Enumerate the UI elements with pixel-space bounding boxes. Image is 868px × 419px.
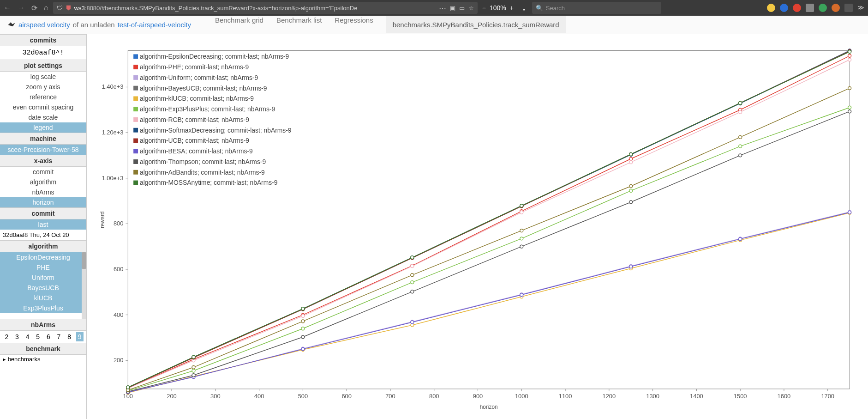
data-point[interactable] <box>629 184 633 188</box>
legend-entry[interactable]: algorithm-BESA; commit-last; nbArms-9 <box>133 147 253 155</box>
downloads-icon[interactable]: ⭳ <box>521 4 527 12</box>
data-point[interactable] <box>411 281 414 284</box>
data-point[interactable] <box>739 237 742 241</box>
data-point[interactable] <box>629 157 633 160</box>
data-point[interactable] <box>301 307 305 310</box>
ext-icon-4[interactable] <box>806 4 814 12</box>
legend-entry[interactable]: algorithm-MOSSAnytime; commit-last; nbAr… <box>133 179 278 186</box>
data-point[interactable] <box>411 273 414 277</box>
forward-icon[interactable]: → <box>18 4 25 12</box>
xaxis-option[interactable]: commit <box>0 167 86 177</box>
xaxis-option[interactable]: horizon <box>0 197 86 207</box>
reload-icon[interactable]: ⟳ <box>31 4 37 12</box>
nbarms-option[interactable]: 4 <box>24 332 31 341</box>
nav-link[interactable]: Benchmark grid <box>215 16 263 33</box>
data-point[interactable] <box>411 256 414 259</box>
algorithm-option[interactable]: BayesUCB <box>0 283 86 293</box>
nav-link-active[interactable]: benchmarks.SMPyBandits_Policies.track_su… <box>386 16 566 33</box>
ext-icon-6[interactable] <box>832 4 840 12</box>
ext-icon-3[interactable] <box>793 4 801 12</box>
data-point[interactable] <box>411 265 414 268</box>
data-point[interactable] <box>848 50 851 53</box>
data-point[interactable] <box>520 245 523 248</box>
data-point[interactable] <box>520 229 523 232</box>
legend-entry[interactable]: algorithm-Uniform; commit-last; nbArms-9 <box>133 74 258 81</box>
data-point[interactable] <box>848 211 851 214</box>
legend-entry[interactable]: algorithm-EpsilonDecreasing; commit-last… <box>133 53 289 60</box>
data-point[interactable] <box>301 315 305 318</box>
plot-option[interactable]: legend <box>0 122 86 133</box>
url-bar[interactable]: 🛡 ⛊ ws3 :8080/#benchmarks.SMPyBandits_Po… <box>53 2 478 14</box>
search-input[interactable]: 🔍 Search <box>532 2 661 14</box>
data-point[interactable] <box>192 374 195 377</box>
data-point[interactable] <box>629 152 633 156</box>
benchmark-item[interactable]: ▸ benchmarks <box>0 355 86 364</box>
container-icon[interactable]: ▭ <box>459 5 465 12</box>
data-point[interactable] <box>739 154 742 157</box>
commit-hash[interactable]: 32d0aaf8^! <box>0 46 86 60</box>
nbarms-option[interactable]: 6 <box>45 332 52 341</box>
algorithm-option[interactable]: klUCB <box>0 293 86 303</box>
plot-option[interactable]: log scale <box>0 72 86 82</box>
data-point[interactable] <box>192 355 195 358</box>
algorithm-option[interactable]: PHE <box>0 262 86 273</box>
reader-icon[interactable]: ▣ <box>450 5 455 12</box>
data-point[interactable] <box>739 145 742 148</box>
data-point[interactable] <box>520 204 523 207</box>
home-icon[interactable]: ⌂ <box>44 4 48 12</box>
data-point[interactable] <box>520 293 523 297</box>
nbarms-option[interactable]: 7 <box>55 332 63 341</box>
algorithm-option[interactable]: Uniform <box>0 273 86 283</box>
xaxis-option[interactable]: nbArms <box>0 187 86 197</box>
data-point[interactable] <box>301 335 305 339</box>
data-point[interactable] <box>739 135 742 139</box>
data-point[interactable] <box>126 386 130 389</box>
data-point[interactable] <box>192 366 195 369</box>
data-point[interactable] <box>301 320 305 323</box>
nav-link[interactable]: Regressions <box>335 16 373 33</box>
legend-entry[interactable]: algorithm-BayesUCB; commit-last; nbArms-… <box>133 85 267 92</box>
data-point[interactable] <box>411 290 414 293</box>
data-point[interactable] <box>848 58 851 61</box>
data-point[interactable] <box>629 200 633 204</box>
nbarms-option[interactable]: 5 <box>34 332 42 341</box>
plot-option[interactable]: even commit spacing <box>0 102 86 112</box>
data-point[interactable] <box>739 110 742 114</box>
legend-entry[interactable]: algorithm-RCB; commit-last; nbArms-9 <box>133 116 249 123</box>
back-icon[interactable]: ← <box>4 4 11 12</box>
nbarms-option[interactable]: 9 <box>76 332 84 341</box>
nbarms-option[interactable]: 8 <box>66 332 73 341</box>
ext-icon-1[interactable] <box>767 4 775 12</box>
legend-entry[interactable]: algorithm-klUCB; commit-last; nbArms-9 <box>133 95 254 102</box>
nbarms-option[interactable]: 3 <box>13 332 21 341</box>
legend-entry[interactable]: algorithm-Exp3PlusPlus; commit-last; nbA… <box>133 105 275 113</box>
commit-last[interactable]: last <box>0 219 86 230</box>
legend-entry[interactable]: algorithm-UCB; commit-last; nbArms-9 <box>133 137 249 144</box>
data-point[interactable] <box>301 347 305 351</box>
ext-icon-5[interactable] <box>819 4 827 12</box>
chart-svg[interactable]: 2004006008001.00e+31.20e+31.40e+31002003… <box>96 43 854 414</box>
data-point[interactable] <box>192 369 195 372</box>
legend-entry[interactable]: algorithm-Thompson; commit-last; nbArms-… <box>133 158 266 165</box>
data-point[interactable] <box>520 237 523 240</box>
commit-line[interactable]: 32d0aaf8 Thu, 24 Oct 20 <box>0 230 86 240</box>
data-point[interactable] <box>739 101 742 104</box>
data-point[interactable] <box>848 110 851 113</box>
zoom-in-button[interactable]: + <box>510 4 514 12</box>
data-point[interactable] <box>520 211 523 214</box>
nav-link[interactable]: Benchmark list <box>276 16 322 33</box>
data-point[interactable] <box>629 189 633 192</box>
star-icon[interactable]: ☆ <box>468 5 474 12</box>
algorithm-option[interactable]: Exp3PlusPlus <box>0 303 86 313</box>
zoom-out-button[interactable]: − <box>482 4 486 12</box>
algorithm-scrollbar-thumb[interactable] <box>82 252 86 269</box>
ext-icon-7[interactable] <box>844 4 853 12</box>
plot-option[interactable]: date scale <box>0 112 86 122</box>
algorithm-option[interactable]: EpsilonDecreasing <box>0 252 86 262</box>
brand-link-b[interactable]: test-of-airspeed-velocity <box>118 21 191 29</box>
legend-entry[interactable]: algorithm-SoftmaxDecreasing; commit-last… <box>133 127 292 134</box>
ext-icon-2[interactable] <box>780 4 788 12</box>
data-point[interactable] <box>629 161 633 164</box>
data-point[interactable] <box>848 54 851 57</box>
data-point[interactable] <box>629 265 633 268</box>
